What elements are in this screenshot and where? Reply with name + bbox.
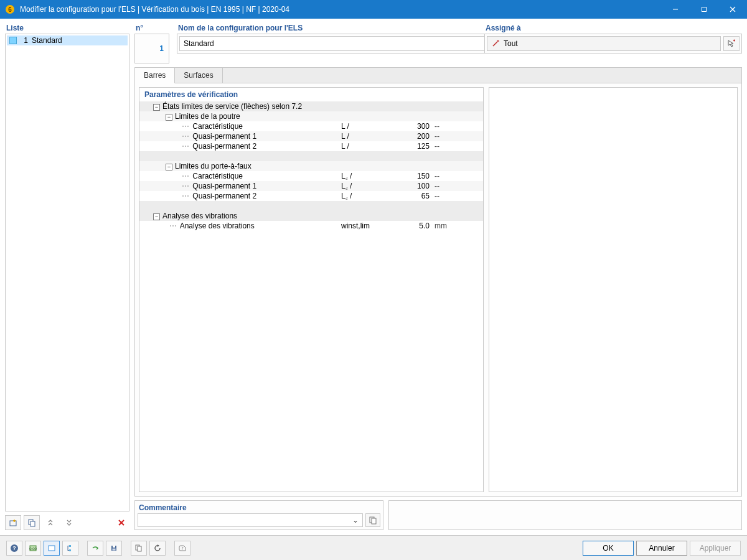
copy-button[interactable]	[131, 541, 147, 556]
svg-point-14	[497, 40, 499, 42]
svg-rect-28	[113, 548, 116, 550]
comment-area: Commentaire ⌄	[134, 500, 383, 530]
assigned-panel: Assigné à Tout	[484, 24, 742, 54]
collapse-icon[interactable]: −	[153, 104, 160, 111]
section-row[interactable]: −États limites de service (flèches) selo…	[139, 101, 483, 111]
svg-rect-27	[113, 546, 115, 548]
param-unit: --	[432, 191, 457, 201]
param-value[interactable]: 150	[382, 171, 432, 181]
param-row[interactable]: ⋯ Quasi-permanent 2L꜀ /65--	[139, 191, 483, 201]
help-button[interactable]: ?	[6, 541, 22, 556]
param-label: Quasi-permanent 1	[192, 132, 256, 141]
tab-surfaces[interactable]: Surfaces	[175, 68, 222, 83]
subsection-row[interactable]: −Limites du porte-à-faux	[139, 161, 483, 171]
param-symbol: L /	[339, 121, 382, 131]
param-value[interactable]: 5.0	[382, 221, 432, 231]
subsection-label: Limites de la poutre	[175, 112, 240, 121]
section-row[interactable]: −Analyse des vibrations	[139, 211, 483, 221]
window-controls	[661, 0, 747, 19]
param-row[interactable]: ⋯ CaractéristiqueL /300--	[139, 121, 483, 131]
assigned-to-field[interactable]: Tout	[487, 36, 721, 51]
param-label: Quasi-permanent 1	[192, 182, 256, 190]
param-label: Caractéristique	[192, 122, 243, 131]
list-item-label: Standard	[32, 36, 62, 45]
comment-select[interactable]: ⌄	[138, 513, 363, 527]
left-panel: Liste 1 Standard	[5, 24, 129, 530]
svg-text:?: ?	[12, 545, 16, 551]
param-table: −États limites de service (flèches) selo…	[139, 101, 483, 231]
svg-rect-3	[702, 7, 707, 12]
param-value[interactable]: 65	[382, 191, 432, 201]
param-row[interactable]: ⋯ Analyse des vibrationswinst,lim5.0mm	[139, 221, 483, 231]
collapse-icon[interactable]: −	[153, 213, 160, 220]
param-value[interactable]: 100	[382, 181, 432, 191]
svg-rect-30	[138, 546, 141, 551]
number-field-group: n° 1	[134, 24, 172, 63]
tabs-header: Barres Surfaces	[135, 68, 741, 83]
section-label: Analyse des vibrations	[162, 212, 237, 220]
param-symbol: L꜀ /	[339, 181, 382, 191]
script-button[interactable]: f	[174, 541, 190, 556]
view-button[interactable]	[44, 541, 60, 556]
chevron-down-icon: ⌄	[352, 516, 359, 525]
move-up-button[interactable]	[42, 515, 59, 530]
tabs-area: Barres Surfaces Paramètres de vérificati…	[134, 67, 742, 497]
comment-library-button[interactable]	[365, 513, 380, 527]
assigned-value: Tout	[504, 39, 518, 48]
svg-rect-21	[49, 546, 55, 551]
apply-button[interactable]: Appliquer	[690, 541, 741, 556]
config-list[interactable]: 1 Standard	[5, 34, 129, 511]
param-symbol: L꜀ /	[339, 171, 382, 181]
svg-rect-23	[69, 545, 71, 547]
close-button[interactable]	[718, 0, 747, 19]
param-unit: --	[432, 171, 457, 181]
units-button[interactable]: 0.00	[25, 541, 41, 556]
subsection-label: Limites du porte-à-faux	[175, 162, 251, 170]
cancel-button[interactable]: Annuler	[636, 541, 687, 556]
param-label: Caractéristique	[192, 172, 243, 180]
assign-pick-button[interactable]	[723, 36, 740, 51]
param-label: Quasi-permanent 2	[192, 192, 256, 200]
list-item[interactable]: 1 Standard	[7, 35, 128, 45]
parameters-grid[interactable]: Paramètres de vérification −États limite…	[139, 87, 484, 492]
move-down-button[interactable]	[61, 515, 77, 530]
number-label: n°	[134, 24, 172, 34]
param-symbol: L /	[339, 141, 382, 151]
tree-button[interactable]	[62, 541, 78, 556]
param-row[interactable]: ⋯ Quasi-permanent 2L /125--	[139, 141, 483, 151]
param-row[interactable]: ⋯ Quasi-permanent 1L꜀ /100--	[139, 181, 483, 191]
upper-area: Liste 1 Standard	[5, 24, 742, 530]
import-button[interactable]	[87, 541, 103, 556]
param-value[interactable]: 125	[382, 141, 432, 151]
reset-button[interactable]	[149, 541, 166, 556]
new-config-button[interactable]	[5, 515, 21, 530]
param-value[interactable]: 200	[382, 131, 432, 141]
list-header: Liste	[5, 24, 129, 34]
config-icon	[9, 37, 17, 44]
tabs-body: Paramètres de vérification −États limite…	[135, 83, 741, 496]
minimize-button[interactable]	[661, 0, 690, 19]
svg-text:6: 6	[8, 6, 12, 13]
param-value[interactable]: 300	[382, 121, 432, 131]
maximize-button[interactable]	[690, 0, 718, 19]
copy-config-button[interactable]	[24, 515, 40, 530]
ok-button[interactable]: OK	[583, 541, 634, 556]
svg-rect-8	[31, 521, 35, 526]
save-button[interactable]	[106, 541, 122, 556]
section-label: États limites de service (flèches) selon…	[162, 102, 302, 111]
collapse-icon[interactable]: −	[166, 114, 172, 121]
config-number-display: 1	[134, 34, 169, 63]
tab-barres[interactable]: Barres	[135, 68, 175, 83]
list-toolbar	[5, 515, 129, 530]
dialog-window: 6 Modifier la configuration pour l'ELS |…	[0, 0, 747, 560]
collapse-icon[interactable]: −	[166, 164, 172, 170]
param-row[interactable]: ⋯ Quasi-permanent 1L /200--	[139, 131, 483, 141]
wand-icon	[491, 39, 500, 48]
param-row[interactable]: ⋯ CaractéristiqueL꜀ /150--	[139, 171, 483, 181]
comment-label: Commentaire	[138, 503, 380, 513]
subsection-row[interactable]: −Limites de la poutre	[139, 111, 483, 121]
param-symbol: winst,lim	[339, 221, 382, 231]
delete-config-button[interactable]	[113, 515, 129, 530]
param-unit: mm	[432, 221, 457, 231]
comment-preview-area	[388, 500, 742, 530]
